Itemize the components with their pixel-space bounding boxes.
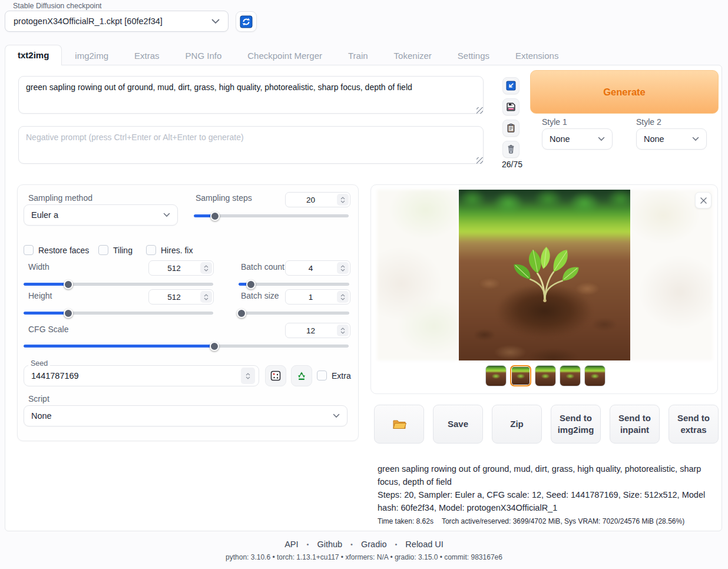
prompt-tools (502, 77, 520, 158)
refresh-icon (240, 15, 253, 28)
height-value[interactable] (149, 293, 199, 302)
batch-size-slider[interactable] (239, 308, 349, 317)
close-gallery-button[interactable] (695, 192, 712, 209)
seed-spinner[interactable] (241, 368, 255, 384)
checkbox-box[interactable] (24, 245, 34, 255)
seed-label: Seed (28, 359, 50, 368)
cfg-scale-spinner[interactable] (337, 325, 349, 336)
tab-train[interactable]: Train (335, 45, 381, 65)
cfg-scale-value[interactable] (286, 326, 336, 335)
tab-txt2img[interactable]: txt2img (5, 45, 62, 65)
sampling-steps-slider[interactable] (194, 211, 349, 220)
batch-count-value[interactable] (286, 264, 336, 273)
floppy-disk-icon (506, 102, 516, 112)
checkbox-box[interactable] (146, 245, 156, 255)
gallery-thumbnail-3[interactable] (535, 365, 556, 386)
refresh-checkpoints-button[interactable] (236, 11, 257, 32)
width-value[interactable] (149, 264, 199, 273)
gallery-thumbnails (485, 365, 605, 386)
sampling-steps-input[interactable] (285, 192, 350, 207)
clear-prompt-button[interactable] (502, 141, 519, 158)
restore-faces-checkbox[interactable]: Restore faces (24, 245, 89, 255)
negative-prompt-resize-handle[interactable] (476, 157, 483, 164)
height-slider[interactable] (24, 308, 213, 317)
tab-png-info[interactable]: PNG Info (173, 45, 235, 65)
batch-size-spinner[interactable] (337, 291, 349, 303)
gallery-thumbnail-5[interactable] (584, 365, 605, 386)
github-link[interactable]: Github (317, 540, 342, 549)
reload-ui-link[interactable]: Reload UI (405, 540, 443, 549)
sampling-method-dropdown[interactable]: Euler a (24, 204, 178, 226)
apply-style-button[interactable] (502, 120, 519, 137)
height-spinner[interactable] (200, 291, 212, 303)
cfg-scale-label: CFG Scale (28, 325, 68, 334)
save-button[interactable]: Save (433, 405, 483, 444)
batch-size-input[interactable] (285, 289, 350, 305)
style1-dropdown[interactable]: None (542, 128, 613, 150)
chevron-down-icon (211, 19, 220, 24)
generation-info: green sapling rowing out of ground, mud,… (378, 462, 719, 531)
checkbox-box[interactable] (317, 370, 327, 381)
send-to-img2img-button[interactable]: Send to img2img (551, 405, 601, 444)
slider-handle[interactable] (246, 280, 256, 289)
generate-button[interactable]: Generate (530, 70, 719, 114)
gallery-thumbnail-1[interactable] (485, 365, 507, 386)
open-folder-button[interactable] (374, 405, 424, 444)
extra-label: Extra (332, 371, 351, 381)
slider-handle[interactable] (64, 309, 73, 318)
gradio-link[interactable]: Gradio (361, 540, 387, 549)
prompt-input[interactable]: green sapling rowing out of ground, mud,… (18, 76, 484, 114)
read-generation-params-button[interactable] (502, 77, 519, 94)
hires-fix-checkbox[interactable]: Hires. fix (146, 245, 193, 255)
close-icon (700, 197, 707, 204)
style1-label: Style 1 (542, 117, 567, 127)
batch-size-value[interactable] (286, 293, 336, 302)
seed-field[interactable] (24, 365, 259, 386)
footer: API • Github • Gradio • Reload UI python… (0, 540, 728, 561)
tab-extras[interactable]: Extras (121, 45, 173, 65)
extra-seed-checkbox[interactable]: Extra (317, 370, 351, 381)
tab-checkpoint-merger[interactable]: Checkpoint Merger (234, 45, 335, 65)
sampling-steps-spinner[interactable] (337, 194, 349, 206)
slider-handle[interactable] (210, 342, 219, 351)
slider-handle[interactable] (64, 280, 73, 289)
sampling-steps-value[interactable] (286, 196, 336, 204)
width-input[interactable] (148, 260, 214, 276)
random-seed-button[interactable] (265, 365, 286, 386)
slider-handle[interactable] (237, 309, 246, 318)
tiling-checkbox[interactable]: Tiling (98, 245, 133, 255)
batch-count-slider[interactable] (239, 279, 349, 289)
negative-prompt-input[interactable] (18, 126, 484, 164)
gallery-thumbnail-2-selected[interactable] (510, 365, 531, 386)
slider-handle[interactable] (210, 211, 220, 221)
generation-settings-panel: Sampling method Euler a Sampling steps R… (17, 184, 359, 441)
generated-image[interactable] (459, 190, 630, 360)
tab-img2img[interactable]: img2img (62, 45, 121, 65)
width-slider[interactable] (24, 279, 213, 289)
script-dropdown[interactable]: None (24, 405, 348, 426)
tab-extensions[interactable]: Extensions (502, 45, 571, 65)
batch-count-input[interactable] (285, 260, 350, 276)
gallery-thumbnail-4[interactable] (560, 365, 581, 386)
style2-dropdown[interactable]: None (636, 128, 707, 150)
save-style-button[interactable] (502, 98, 519, 115)
api-link[interactable]: API (284, 540, 298, 549)
checkbox-box[interactable] (98, 245, 108, 255)
cfg-scale-slider[interactable] (24, 341, 349, 350)
width-spinner[interactable] (200, 262, 212, 274)
checkpoint-dropdown[interactable]: protogenX34OfficialR_1.ckpt [60fe2f34] (5, 11, 229, 32)
arrow-down-left-icon (506, 81, 516, 91)
reuse-seed-button[interactable] (291, 365, 312, 386)
cfg-scale-input[interactable] (285, 323, 350, 338)
batch-count-spinner[interactable] (337, 262, 349, 274)
tab-tokenizer[interactable]: Tokenizer (381, 45, 445, 65)
tab-settings[interactable]: Settings (445, 45, 502, 65)
height-input[interactable] (148, 289, 214, 305)
send-to-extras-button[interactable]: Send to extras (669, 405, 719, 444)
prompt-resize-handle[interactable] (476, 107, 483, 114)
seed-value[interactable] (24, 371, 240, 381)
sapling-illustration (501, 229, 589, 317)
send-to-inpaint-button[interactable]: Send to inpaint (610, 405, 660, 444)
checkpoint-label: Stable Diffusion checkpoint (11, 2, 104, 10)
zip-button[interactable]: Zip (492, 405, 542, 444)
